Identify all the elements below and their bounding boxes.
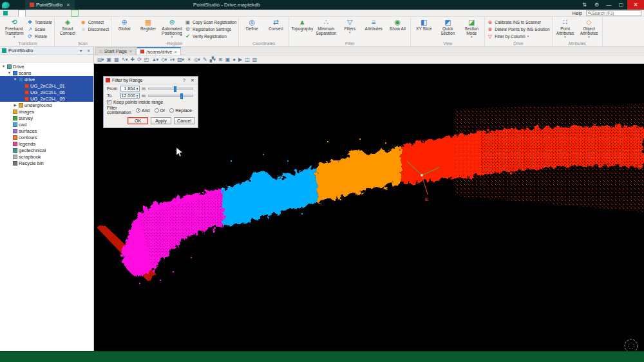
- tree-item[interactable]: legends: [0, 140, 93, 147]
- tree-item[interactable]: surfaces: [0, 128, 93, 134]
- menu-item[interactable]: [58, 10, 64, 17]
- radio-and[interactable]: And: [136, 108, 149, 113]
- to-slider[interactable]: [148, 95, 193, 97]
- network-icon[interactable]: ⇅: [578, 0, 591, 10]
- registration-settings-button[interactable]: ⚙Registration Settings: [185, 26, 236, 32]
- apply-button[interactable]: Apply: [151, 117, 171, 124]
- annotate-icon[interactable]: ✎: [203, 57, 207, 62]
- measure-icon[interactable]: ◎▾: [194, 57, 200, 62]
- tree-item[interactable]: cad: [0, 121, 93, 128]
- menu-item[interactable]: [12, 10, 18, 17]
- menu-item[interactable]: [26, 10, 32, 17]
- section-mode-button[interactable]: ◪ Section Mode ▾: [460, 17, 482, 39]
- color-by-icon[interactable]: ▧▾: [177, 57, 184, 62]
- perspective-icon[interactable]: ◇▾: [161, 57, 166, 62]
- print-icon[interactable]: ▦: [114, 57, 118, 62]
- connect-button[interactable]: ◉Connect: [80, 19, 109, 25]
- translate-button[interactable]: ✚Translate: [27, 19, 52, 25]
- calibrate-ins-button[interactable]: ⊕Calibrate INS to Scanner: [487, 19, 549, 25]
- close-tab-icon[interactable]: ✕: [174, 50, 177, 54]
- settings-gear-icon[interactable]: ⚙: [591, 0, 603, 10]
- select-mode-icon[interactable]: ↖▾: [122, 57, 128, 62]
- attributes-button[interactable]: ≡ Attributes: [363, 17, 384, 31]
- menu-item[interactable]: [45, 10, 52, 17]
- look-direction-icon[interactable]: ▲▾: [151, 57, 158, 62]
- grid-icon[interactable]: ⊞: [218, 57, 222, 62]
- search-box[interactable]: [586, 10, 641, 16]
- zoom-extents-icon[interactable]: ◰: [144, 57, 149, 62]
- dialog-close-button[interactable]: ✕: [189, 78, 196, 83]
- expander-icon[interactable]: ▶: [13, 103, 17, 107]
- tree-item[interactable]: UG_2xC2l-L_01: [0, 82, 93, 89]
- maximize-button[interactable]: ▢: [615, 0, 627, 10]
- workspace-tab[interactable]: PointStudio ✕: [25, 0, 75, 10]
- close-panel-icon[interactable]: ✕: [86, 48, 91, 53]
- dialog-help-button[interactable]: ?: [181, 78, 187, 82]
- lighting-icon[interactable]: ☀: [187, 57, 191, 62]
- tree-item[interactable]: geotechnical: [0, 147, 93, 153]
- close-tab-icon[interactable]: ✕: [129, 49, 132, 53]
- expander-icon[interactable]: ▼: [1, 64, 6, 68]
- keep-points-checkbox[interactable]: [107, 100, 111, 104]
- copy-view-icon[interactable]: ▣: [107, 57, 111, 62]
- slider-thumb[interactable]: [180, 93, 183, 99]
- slider-thumb[interactable]: [174, 86, 176, 92]
- expander-icon[interactable]: ▼: [7, 71, 12, 75]
- xy-slice-button[interactable]: ◧ XY Slice: [413, 17, 435, 31]
- menu-item[interactable]: [64, 10, 71, 17]
- convert-button[interactable]: ⇄ Convert: [265, 17, 287, 31]
- menu-item[interactable]: [39, 10, 45, 17]
- minimize-button[interactable]: —: [603, 0, 615, 10]
- spinner-icon[interactable]: ▲▼: [136, 87, 138, 91]
- define-button[interactable]: ◎ Define: [241, 17, 263, 31]
- disconnect-button[interactable]: ○Disconnect: [80, 26, 109, 32]
- cancel-button[interactable]: Cancel: [174, 117, 194, 124]
- to-input[interactable]: 12.000 ▲▼: [120, 93, 140, 99]
- section-icon[interactable]: ▞▾: [210, 57, 215, 62]
- layout-icon[interactable]: ▥: [252, 57, 257, 62]
- close-button[interactable]: ✕: [627, 0, 644, 10]
- close-tab-icon[interactable]: ✕: [66, 3, 70, 8]
- app-icon[interactable]: [3, 11, 8, 15]
- radio-replace[interactable]: Replace: [169, 108, 192, 113]
- tree-item[interactable]: UG_2xC2l-L_06: [0, 89, 93, 95]
- dialog-titlebar[interactable]: Filter by Range ? ✕: [104, 77, 198, 84]
- spinner-icon[interactable]: ▲▼: [136, 94, 138, 98]
- tree-item[interactable]: images: [0, 108, 93, 115]
- from-input[interactable]: 1.864 ▲▼: [120, 86, 140, 91]
- filter-by-column-button[interactable]: ▽Filter by Column▾: [487, 33, 549, 39]
- split-view-icon[interactable]: ◫: [245, 57, 249, 62]
- rotate-button[interactable]: ⟳Rotate: [27, 33, 52, 39]
- menu-item[interactable]: [32, 10, 39, 17]
- play-icon[interactable]: ▶: [238, 57, 242, 62]
- topography-button[interactable]: ▲ Topography: [291, 17, 313, 31]
- from-slider[interactable]: [148, 88, 193, 90]
- tab-scans-drive[interactable]: /scans/drive ✕: [137, 47, 181, 55]
- delete-points-ins-button[interactable]: ⊗Delete Points by INS Solution: [487, 26, 549, 32]
- object-attributes-button[interactable]: ◇ Object Attributes ▾: [578, 17, 600, 39]
- register-button[interactable]: ▦ Register: [137, 17, 159, 31]
- background-icon[interactable]: ▣: [225, 57, 230, 62]
- tree-item[interactable]: contours: [0, 134, 93, 140]
- menu-item[interactable]: [18, 10, 26, 17]
- freehand-transform-button[interactable]: ⟲ Freehand Transform ▾: [3, 17, 25, 39]
- pan-icon[interactable]: ✚: [130, 57, 134, 62]
- rotate-view-icon[interactable]: ⟳: [137, 57, 141, 62]
- show-all-button[interactable]: ◉ Show All: [386, 17, 408, 31]
- compass-indicator[interactable]: [625, 339, 638, 351]
- menu-item[interactable]: [71, 10, 79, 17]
- verify-registration-button[interactable]: ✔Verify Registration: [185, 33, 236, 39]
- global-button[interactable]: ⊕ Global: [113, 17, 135, 31]
- tree-item[interactable]: ▼ Drive: [0, 63, 93, 70]
- shading-icon[interactable]: ◐▾: [170, 57, 175, 62]
- record-icon[interactable]: ●: [232, 57, 235, 62]
- scale-button[interactable]: ↗Scale: [27, 26, 52, 32]
- expander-icon[interactable]: ▼: [13, 77, 17, 81]
- tree-item[interactable]: ▼ drive: [0, 76, 93, 82]
- search-input[interactable]: [592, 11, 637, 15]
- 3d-viewport[interactable]: E Filter by Range ? ✕ From 1.864: [94, 64, 644, 351]
- help-link[interactable]: Help: [573, 10, 582, 16]
- export-image-icon[interactable]: ▤▾: [97, 57, 104, 62]
- copy-scan-registration-button[interactable]: ▣Copy Scan Registration: [185, 19, 236, 25]
- tree-item[interactable]: ▶ underground: [0, 102, 93, 108]
